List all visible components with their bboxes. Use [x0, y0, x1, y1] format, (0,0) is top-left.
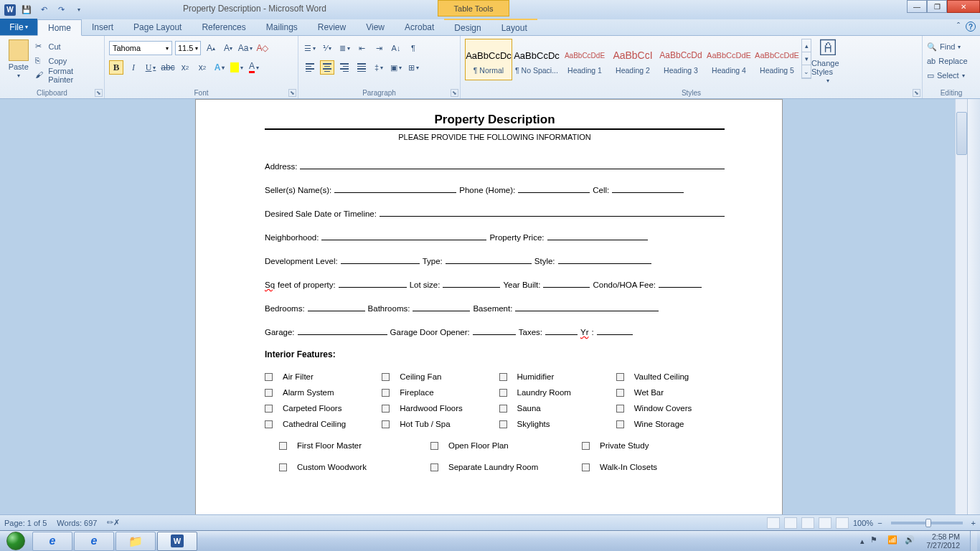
view-print-layout-button[interactable]	[767, 517, 780, 529]
vertical-scrollbar[interactable]	[955, 99, 967, 514]
clipboard-launcher[interactable]: ⬊	[95, 89, 103, 97]
font-launcher[interactable]: ⬊	[288, 89, 296, 97]
style-heading-3[interactable]: AaBbCcDdHeading 3	[657, 39, 705, 80]
minimize-ribbon-icon[interactable]: ˆ	[957, 22, 960, 32]
taskbar-explorer-button[interactable]: 📁	[116, 532, 156, 551]
scroll-down-icon[interactable]: ▾	[802, 52, 811, 65]
checkbox[interactable]	[616, 373, 624, 381]
shrink-font-button[interactable]: A▾	[221, 41, 235, 55]
bullets-button[interactable]: ☰	[303, 41, 317, 55]
qat-customize-icon[interactable]	[72, 4, 85, 17]
checkbox[interactable]	[430, 442, 438, 450]
status-page[interactable]: Page: 1 of 5	[4, 519, 47, 527]
show-desktop-button[interactable]	[970, 531, 977, 552]
minimize-button[interactable]: —	[907, 0, 927, 13]
checkbox[interactable]	[265, 405, 273, 413]
borders-button[interactable]: ⊞	[406, 60, 420, 75]
clear-formatting-button[interactable]: A◇	[255, 41, 270, 55]
paste-button[interactable]: Paste ▾	[4, 37, 32, 88]
format-painter-button[interactable]: 🖌Format Painter	[35, 69, 100, 82]
bold-button[interactable]: B	[109, 60, 123, 75]
decrease-indent-button[interactable]: ⇤	[354, 41, 369, 55]
numbering-button[interactable]: ⅟	[320, 41, 334, 55]
proofing-icon[interactable]: ✏✗	[107, 518, 120, 527]
checkbox[interactable]	[499, 420, 507, 428]
underline-button[interactable]: U	[143, 60, 158, 75]
style-heading-5[interactable]: AaBbCcDdEHeading 5	[753, 39, 801, 80]
tab-references[interactable]: References	[192, 19, 255, 35]
checkbox[interactable]	[499, 405, 507, 413]
zoom-slider-thumb[interactable]	[925, 519, 931, 527]
save-icon[interactable]: 💾	[20, 4, 33, 17]
select-button[interactable]: ▭Select▾	[927, 69, 976, 82]
italic-button[interactable]: I	[126, 60, 141, 75]
view-outline-button[interactable]	[819, 517, 831, 529]
taskbar-word-button[interactable]: W	[157, 532, 197, 551]
style-heading-4[interactable]: AaBbCcDdEHeading 4	[705, 39, 753, 80]
checkbox[interactable]	[616, 420, 624, 428]
zoom-slider[interactable]	[891, 522, 963, 524]
tray-show-hidden-icon[interactable]: ▴	[860, 537, 864, 546]
style-no-spacing[interactable]: AaBbCcDc¶ No Spaci...	[513, 39, 560, 80]
checkbox[interactable]	[430, 463, 438, 471]
grow-font-button[interactable]: A▴	[204, 41, 218, 55]
style-gallery[interactable]: AaBbCcDc¶ Normal AaBbCcDc¶ No Spaci... A…	[465, 37, 811, 88]
sort-button[interactable]: A↓	[389, 41, 403, 55]
checkbox[interactable]	[382, 389, 390, 397]
font-color-button[interactable]: A	[247, 60, 261, 75]
highlight-button[interactable]	[230, 60, 244, 75]
tab-layout[interactable]: Layout	[491, 19, 537, 35]
zoom-level[interactable]: 100%	[853, 519, 873, 527]
checkbox[interactable]	[265, 389, 273, 397]
style-heading-2[interactable]: AaBbCcIHeading 2	[609, 39, 656, 80]
superscript-button[interactable]: x2	[195, 60, 209, 75]
checkbox[interactable]	[499, 373, 507, 381]
find-button[interactable]: 🔍Find▾	[927, 40, 976, 53]
taskbar-clock[interactable]: 2:58 PM 7/27/2012	[922, 532, 964, 550]
checkbox[interactable]	[279, 442, 287, 450]
view-draft-button[interactable]	[836, 517, 849, 529]
justify-button[interactable]	[354, 60, 369, 75]
replace-button[interactable]: abReplace	[927, 55, 976, 67]
status-words[interactable]: Words: 697	[57, 519, 97, 527]
style-heading-1[interactable]: AaBbCcDdEHeading 1	[561, 39, 608, 80]
network-icon[interactable]: 📶	[887, 535, 899, 547]
help-icon[interactable]: ?	[966, 22, 976, 32]
change-styles-button[interactable]: 🄰 Change Styles▾	[811, 37, 844, 88]
tab-home[interactable]: Home	[37, 19, 82, 36]
checkbox[interactable]	[499, 389, 507, 397]
checkbox[interactable]	[279, 463, 287, 471]
checkbox[interactable]	[616, 405, 624, 413]
line-spacing-button[interactable]: ‡	[372, 60, 386, 75]
multilevel-button[interactable]: ≣	[337, 41, 352, 55]
view-web-layout-button[interactable]	[801, 517, 814, 529]
checkbox[interactable]	[265, 420, 273, 428]
increase-indent-button[interactable]: ⇥	[372, 41, 386, 55]
expand-gallery-icon[interactable]: ⌄	[802, 65, 811, 78]
zoom-out-button[interactable]: −	[877, 519, 882, 527]
copy-button[interactable]: ⎘Copy	[35, 55, 100, 67]
font-name-combo[interactable]: Tahoma▾	[109, 41, 172, 55]
tab-page-layout[interactable]: Page Layout	[123, 19, 192, 35]
view-full-screen-button[interactable]	[784, 517, 797, 529]
taskbar-ie-button-2[interactable]: e	[74, 532, 114, 551]
zoom-in-button[interactable]: +	[971, 519, 976, 527]
tab-design[interactable]: Design	[444, 19, 491, 35]
font-size-combo[interactable]: 11.5▾	[175, 41, 201, 55]
tab-mailings[interactable]: Mailings	[256, 19, 308, 35]
styles-launcher[interactable]: ⬊	[913, 89, 920, 97]
checkbox[interactable]	[582, 442, 590, 450]
checkbox[interactable]	[265, 373, 273, 381]
scrollbar-thumb[interactable]	[956, 112, 967, 155]
checkbox[interactable]	[382, 420, 390, 428]
subscript-button[interactable]: x2	[178, 60, 192, 75]
start-button[interactable]	[0, 531, 32, 552]
checkbox[interactable]	[582, 463, 590, 471]
checkbox[interactable]	[382, 373, 390, 381]
checkbox[interactable]	[382, 405, 390, 413]
tab-view[interactable]: View	[356, 19, 395, 35]
taskbar-ie-button[interactable]: e	[32, 532, 72, 551]
checkbox[interactable]	[616, 389, 624, 397]
change-case-button[interactable]: Aa	[238, 41, 253, 55]
document-page[interactable]: Property Description PLEASE PROVIDE THE …	[195, 99, 783, 514]
